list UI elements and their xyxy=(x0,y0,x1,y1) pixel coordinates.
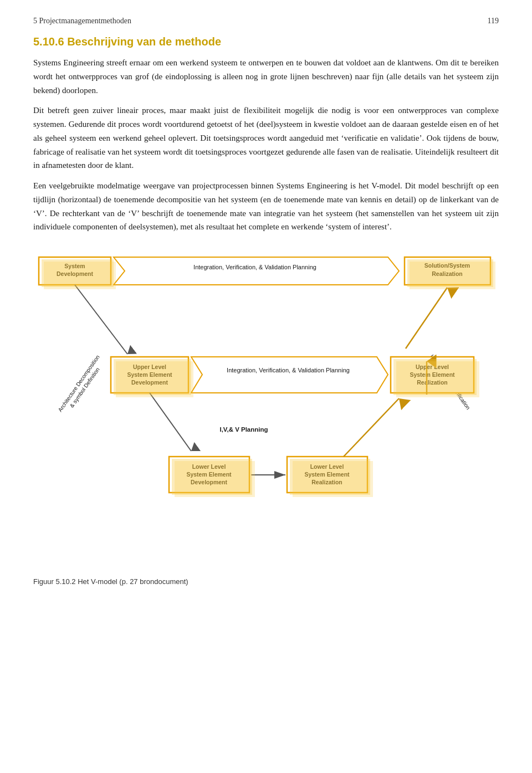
svg-text:Integration, Verification, & V: Integration, Verification, & Validation … xyxy=(193,264,316,270)
svg-text:I,V,& V Planning: I,V,& V Planning xyxy=(219,426,268,433)
svg-rect-45 xyxy=(410,262,495,289)
svg-line-30 xyxy=(150,393,191,451)
svg-rect-43 xyxy=(44,262,116,289)
paragraph-3: Een veelgebruikte modelmatige weergave v… xyxy=(33,179,499,234)
v-model-svg: System Development Integration, Verifica… xyxy=(33,252,499,567)
svg-rect-47 xyxy=(116,361,193,397)
svg-text:Integration, Verification, & V: Integration, Verification, & Validation … xyxy=(227,367,350,373)
svg-line-14 xyxy=(406,288,447,349)
section-heading: 5.10.6 Beschrijving van de methode xyxy=(33,35,499,48)
svg-line-41 xyxy=(344,398,399,457)
v-model-diagram: System Development Integration, Verifica… xyxy=(33,252,499,573)
svg-rect-49 xyxy=(396,361,479,397)
svg-rect-53 xyxy=(293,461,373,497)
page-number: 119 xyxy=(488,17,499,25)
paragraph-2: Dit betreft geen zuiver lineair proces, … xyxy=(33,104,499,172)
section-title: Beschrijving van de methode xyxy=(67,35,221,48)
svg-marker-8 xyxy=(114,257,399,285)
svg-marker-23 xyxy=(191,357,388,393)
svg-text:Architecture Decomposition: Architecture Decomposition xyxy=(57,354,101,413)
svg-rect-51 xyxy=(175,461,255,497)
page-header: 5 Projectmanagementmethoden 119 xyxy=(33,17,499,25)
section-number: 5.10.6 xyxy=(33,35,64,48)
caption-text: Figuur 5.10.2 Het V-model (p. 27 brondoc… xyxy=(33,577,188,586)
svg-line-13 xyxy=(75,285,127,354)
chapter-label: 5 Projectmanagementmethoden xyxy=(33,17,131,25)
paragraph-1: Systems Engineering streeft ernaar om ee… xyxy=(33,56,499,97)
figure-caption: Figuur 5.10.2 Het V-model (p. 27 brondoc… xyxy=(33,577,499,586)
